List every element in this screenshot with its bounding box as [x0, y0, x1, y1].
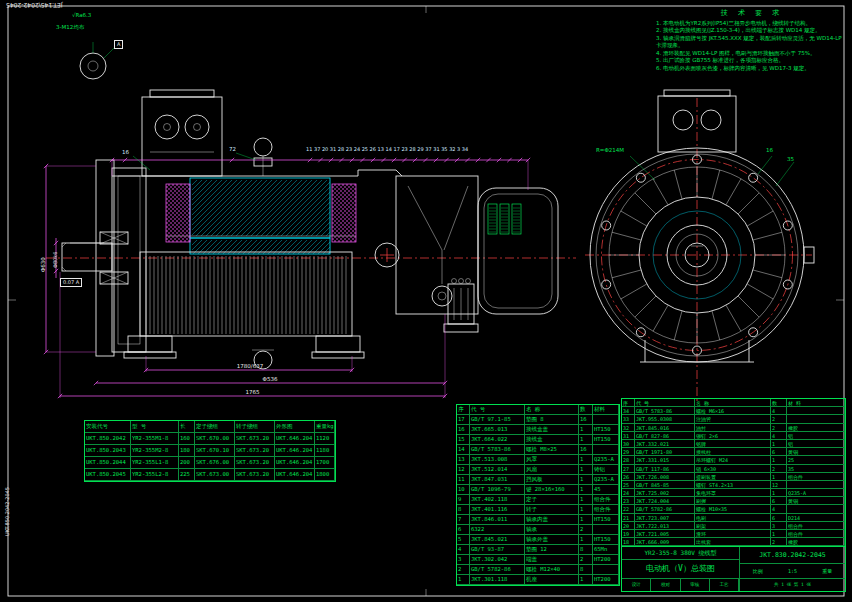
notes-block: 技 术 要 求 1. 本电动机为YR2系列(IP54)三相异步电动机，绕线转子结…	[656, 10, 848, 72]
table-row: 26JKT.726.008 提刷装置1 组合件	[622, 473, 845, 481]
table-row: 25GB/T 845-85 螺钉 ST4.2×1312	[622, 481, 845, 489]
side-view	[44, 90, 576, 398]
table-row: 20JKT.722.013 刷架3 组合件	[622, 522, 845, 530]
terminal-box	[142, 90, 222, 176]
table-row: 32JKT.845.016 油封2 橡胶	[622, 424, 845, 432]
title-block-model: YR2-355-8 380V 绕线型	[622, 547, 739, 560]
weight-label: 重量	[822, 568, 832, 574]
sheet-info: 共 1 张 第 1 张	[740, 579, 845, 591]
table-row: 12JKT.512.014 风扇1 铸铝	[457, 465, 619, 475]
table-row: 14GB/T 5783-86 螺栓 M8×2516	[457, 445, 619, 455]
terminal-studs	[444, 279, 478, 333]
table-row: 7JKT.846.011 轴承内盖1 HT150	[457, 515, 619, 525]
table-row: 1JKT.301.118 机座1 HT200	[457, 575, 619, 585]
parts-right-rows: 34GB/T 5783-86 螺栓 M6×164 33JKT.955.0308 …	[622, 407, 845, 546]
stator-core	[108, 178, 412, 254]
slipring-compartment	[375, 176, 478, 314]
eyebolt	[254, 138, 272, 176]
end-housing	[478, 188, 558, 314]
table-row: 3JKT.302.042 端盖2 HT200	[457, 555, 619, 565]
title-block-title: 电动机（V）总装图	[622, 560, 739, 579]
scale-label: 比例	[753, 568, 763, 574]
table-row: 8JKT.401.116 转子1 组合件	[457, 505, 619, 515]
table-row: 21JKT.723.007 电刷6 D214	[622, 514, 845, 522]
variant-table-rows: UKT.850.2042YR2-355M1-8 160SKT.670.00 SK…	[85, 433, 335, 481]
table-row: 30JKT.332.021 铭牌1 铝	[622, 440, 845, 448]
mounting-feet	[124, 336, 364, 358]
table-row: UKT.850.2045YR2-355L2-8 225SKT.673.00 SK…	[85, 469, 335, 481]
table-row: 27GB/T 117-86 销 6×302 35	[622, 465, 845, 473]
table-row: 66322 轴承2	[457, 525, 619, 535]
table-row: 34GB/T 5783-86 螺栓 M6×164	[622, 407, 845, 415]
table-row: 16JKT.665.013 接线盒盖1 HT150	[457, 425, 619, 435]
table-row: 31GB/T 827-86 铆钉 2×64 铝	[622, 432, 845, 440]
surface-finish-note: √Ra6.3	[72, 12, 91, 19]
table-row: 19JKT.721.005 滑环1 组合件	[622, 530, 845, 538]
variant-table: 安装代号型 号长定子绕组转子绕组外形图重量kg UKT.850.2042YR2-…	[84, 420, 336, 482]
end-view-label-35: 35	[787, 156, 794, 163]
cad-canvas[interactable]: JET.145\2042-2045 UKT.850.2042-2045 √Ra6…	[0, 0, 852, 602]
table-row: 29GB/T 1971-80 接线柱6 黄铜	[622, 448, 845, 456]
corner-label: UKT.850.2042-2045	[4, 487, 10, 536]
thread-note: 3-M12均布	[56, 24, 84, 31]
table-row: UKT.850.2043YR2-355M2-8 180SKT.670.10 SK…	[85, 445, 335, 457]
cooling-fins	[140, 252, 352, 336]
notes-lines: 1. 本电动机为YR2系列(IP54)三相异步电动机，绕线转子结构。2. 接线盒…	[656, 20, 848, 73]
table-row: 13JKT.513.008 风罩1 Q235-A	[457, 455, 619, 465]
table-row: 2GB/T 5782-86 螺栓 M12×408	[457, 565, 619, 575]
left-diameter-dim: Φ630	[40, 257, 47, 272]
edge-label: JET.145\2042-2045	[6, 2, 63, 9]
table-row: 4GB/T 93-87 垫圈 128 65Mn	[457, 545, 619, 555]
parts-mid-rows: 17GB/T 97.1-85 垫圈 816 16JKT.665.013 接线盒盖…	[457, 415, 619, 585]
table-row: 9JKT.402.118 定子1 组合件	[457, 495, 619, 505]
tolerance-frame: 0.07 A	[60, 278, 82, 287]
variant-table-header: 安装代号型 号长定子绕组转子绕组外形图重量kg	[85, 421, 335, 433]
bottom-dim-1: 1780/637	[190, 363, 310, 370]
table-row: UKT.850.2042YR2-355M1-8 160SKT.670.00 SK…	[85, 433, 335, 445]
bottom-dim-2: Φ536	[210, 376, 330, 383]
notes-title: 技 术 要 求	[656, 10, 848, 18]
parts-list-right: 序代 号名 称数材 料 34GB/T 5783-86 螺栓 M6×164 33J…	[621, 398, 846, 547]
table-row: UKT.850.2044YR2-355L1-8 200SKT.676.00 SK…	[85, 457, 335, 469]
title-block: YR2-355-8 380V 绕线型 电动机（V）总装图 设计校对审核工艺 JK…	[621, 546, 846, 592]
drawing-number: JKT.830.2042-2045	[740, 547, 845, 564]
callout-16: 16	[122, 149, 129, 156]
table-row: 10GB/T 1096-79 键 28×16×1601 45	[457, 485, 619, 495]
end-view-radius-label: R=Φ214M	[596, 147, 624, 154]
parts-list-mid: 序代 号名 称数材料 17GB/T 97.1-85 垫圈 816 16JKT.6…	[456, 404, 620, 586]
shaft-diameter-dim: Φ80k6	[52, 252, 58, 268]
table-row: 5JKT.845.021 轴承外盖1 HT150	[457, 535, 619, 545]
end-view-label-16: 16	[766, 147, 773, 154]
detail-callout-a: A	[114, 40, 123, 49]
parts-mid-header: 序代 号名 称数材料	[457, 405, 619, 415]
callout-72: 72	[229, 146, 236, 153]
title-block-signoff: 设计校对审核工艺	[622, 579, 739, 591]
table-row: 23JKT.724.004 刷握6 黄铜	[622, 497, 845, 505]
parts-right-header: 序代 号名 称数材 料	[622, 399, 845, 407]
table-row: 15JKT.664.022 接线盒1 HT150	[457, 435, 619, 445]
detail-view	[80, 42, 114, 79]
table-row: 33JKT.955.0308 注油管2	[622, 415, 845, 423]
shaft	[62, 243, 112, 271]
table-row: 24JKT.725.002 集电环罩1 Q235-A	[622, 489, 845, 497]
table-row: 11JKT.847.031 挡风板1 Q235-A	[457, 475, 619, 485]
table-row: 22GB/T 5782-86 螺栓 M10×354	[622, 505, 845, 513]
end-view	[585, 90, 814, 402]
table-row: 28JKT.331.015 吊环螺钉 M241 25	[622, 456, 845, 464]
bottom-dim-3: 1765	[190, 389, 315, 396]
scale-value: 1:5	[788, 568, 797, 574]
table-row: 17GB/T 97.1-85 垫圈 816	[457, 415, 619, 425]
top-dimension-numbers: 11 37 20 31 28 23 24 25 26 13 14 17 23 2…	[306, 146, 530, 152]
